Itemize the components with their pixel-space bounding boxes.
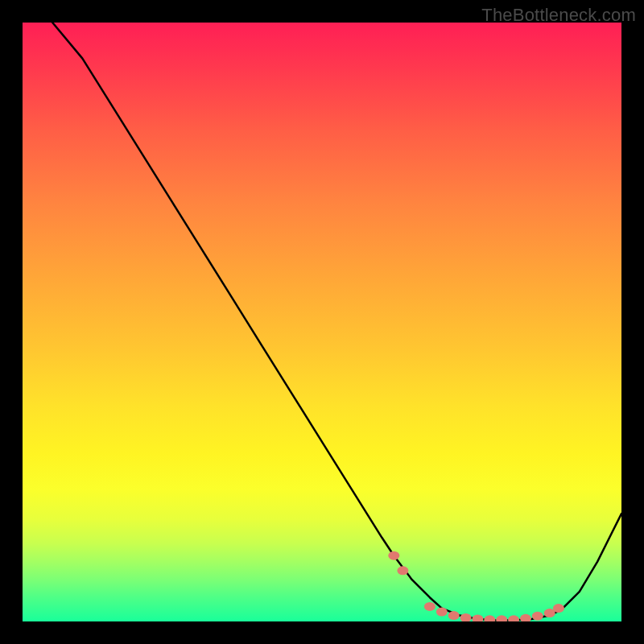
- curve-path: [52, 23, 621, 621]
- plot-area: [23, 23, 621, 621]
- chart-svg: [23, 23, 621, 621]
- marker-dot: [484, 615, 495, 621]
- marker-dot: [397, 566, 408, 575]
- marker-dot: [388, 551, 399, 560]
- watermark-text: TheBottleneck.com: [481, 5, 636, 26]
- marker-dot: [460, 613, 472, 621]
- bottleneck-curve: [52, 23, 621, 621]
- marker-dot: [448, 611, 460, 620]
- marker-dot: [520, 614, 531, 621]
- marker-dot: [508, 615, 519, 621]
- chart-frame: TheBottleneck.com: [0, 0, 644, 644]
- marker-dot: [472, 615, 483, 622]
- highlighted-points: [388, 551, 564, 621]
- marker-dot: [496, 615, 507, 621]
- marker-dot: [436, 608, 448, 617]
- marker-dot: [532, 612, 543, 621]
- marker-dot: [553, 604, 564, 613]
- marker-dot: [424, 602, 436, 611]
